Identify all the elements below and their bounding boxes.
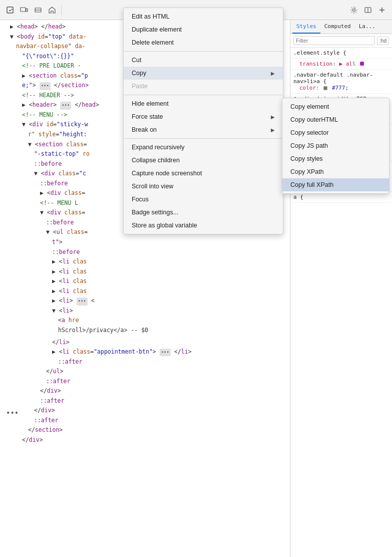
copy-submenu: Copy element Copy outerHTML Copy selecto… bbox=[282, 98, 389, 194]
color-prop: color: bbox=[299, 85, 319, 91]
menu-item-collapse[interactable]: Collapse children bbox=[124, 154, 283, 167]
menu-item-capture[interactable]: Capture node screenshot bbox=[124, 167, 283, 180]
menu-item-expand[interactable]: Expand recursively bbox=[124, 141, 283, 154]
tab-layout[interactable]: La... bbox=[355, 20, 379, 34]
header-separator bbox=[61, 5, 62, 15]
tree-bottom-li-close: </li> bbox=[4, 338, 290, 348]
submenu-copy-styles[interactable]: Copy styles bbox=[282, 152, 389, 165]
svg-rect-2 bbox=[26, 9, 28, 12]
submenu-copy-jspath[interactable]: Copy JS path bbox=[282, 139, 389, 152]
inspect-icon[interactable] bbox=[4, 4, 16, 16]
tree-li2[interactable]: ▶ <li clas bbox=[4, 267, 290, 277]
tree-li6[interactable]: ▼ <li> bbox=[4, 306, 290, 316]
tree-li4[interactable]: ▶ <li clas bbox=[4, 287, 290, 297]
elements-icon[interactable] bbox=[32, 4, 44, 16]
tree-bottom-after2: ::after bbox=[4, 377, 290, 387]
tree-bottom-section-close: </section> bbox=[4, 425, 290, 435]
tree-bottom-after3: ::after bbox=[4, 396, 290, 406]
menu-item-force-state[interactable]: Force state ▶ bbox=[124, 110, 283, 123]
more-icon[interactable]: ••• bbox=[6, 409, 19, 417]
menu-item-delete[interactable]: Delete element bbox=[124, 36, 283, 49]
submenu-copy-selector[interactable]: Copy selector bbox=[282, 126, 389, 139]
purple-dot bbox=[360, 62, 364, 66]
tree-li3[interactable]: ▶ <li clas bbox=[4, 276, 290, 287]
separator-1 bbox=[124, 51, 283, 52]
html-tree-bottom: </li> ▶ <li class="appointment-btn"> •••… bbox=[0, 338, 290, 445]
menu-item-break-on[interactable]: Break on ▶ bbox=[124, 123, 283, 136]
tree-li5[interactable]: ▶ <li> ••• < bbox=[4, 296, 290, 306]
styles-tabs: Styles Computed La... bbox=[290, 20, 392, 34]
copy-arrow: ▶ bbox=[271, 71, 275, 76]
tree-a[interactable]: <a hre bbox=[4, 316, 290, 326]
tree-bottom-after1: ::after bbox=[4, 357, 290, 367]
menu-item-edit-html[interactable]: Edit as HTML bbox=[124, 10, 283, 23]
submenu-copy-outerhtml[interactable]: Copy outerHTML bbox=[282, 113, 389, 126]
tree-bottom-div-close3: </div> bbox=[4, 435, 290, 445]
navbar-default-selector: .navbar-default .navbar-nav>li>a { bbox=[293, 72, 389, 85]
styles-filter-input[interactable] bbox=[293, 36, 375, 45]
submenu-copy-element[interactable]: Copy element bbox=[282, 100, 389, 113]
transition-prop: transition: ▶ all bbox=[299, 61, 356, 67]
menu-item-paste: Paste bbox=[124, 80, 283, 93]
element-style-block: .element.style { bbox=[290, 48, 392, 59]
menu-item-focus[interactable]: Focus bbox=[124, 193, 283, 206]
separator-3 bbox=[124, 138, 283, 139]
tree-bottom-div-close1: </div> bbox=[4, 386, 290, 396]
add-panel-icon[interactable] bbox=[376, 4, 388, 16]
styles-filter-row: :hd bbox=[290, 34, 392, 48]
tree-li1[interactable]: ▶ <li clas bbox=[4, 257, 290, 267]
color-swatch-777[interactable] bbox=[323, 86, 327, 90]
menu-item-hide[interactable]: Hide element bbox=[124, 97, 283, 110]
separator-2 bbox=[124, 95, 283, 95]
menu-item-scroll[interactable]: Scroll into view bbox=[124, 180, 283, 193]
tree-before4: ::before bbox=[4, 247, 290, 257]
settings-icon[interactable] bbox=[348, 4, 360, 16]
submenu-copy-xpath[interactable]: Copy XPath bbox=[282, 165, 389, 178]
menu-item-store-global[interactable]: Store as global variable bbox=[124, 219, 283, 232]
tree-bottom-div-close2: </div> bbox=[4, 406, 290, 416]
tree-bottom-li-appointment[interactable]: ▶ <li class="appointment-btn"> ••• </li> bbox=[4, 347, 290, 357]
navbar-default-block: .navbar-default .navbar-nav>li>a { color… bbox=[290, 70, 392, 94]
tree-bottom-ul-close: </ul> bbox=[4, 367, 290, 377]
menu-item-badge[interactable]: Badge settings... bbox=[124, 206, 283, 219]
tree-hscroll: hScroll>/privacy</a> -- $0 bbox=[4, 326, 290, 336]
styles-hd-button[interactable]: :hd bbox=[377, 37, 389, 45]
a-selector: a { bbox=[293, 194, 389, 200]
svg-rect-1 bbox=[21, 8, 26, 12]
tab-styles[interactable]: Styles bbox=[292, 20, 320, 34]
color-property: color: #777; bbox=[293, 85, 389, 91]
menu-item-copy[interactable]: Copy ▶ bbox=[124, 67, 283, 80]
force-state-arrow: ▶ bbox=[271, 114, 275, 120]
context-menu: Edit as HTML Duplicate element Delete el… bbox=[123, 8, 283, 234]
svg-point-5 bbox=[353, 9, 355, 11]
tab-computed[interactable]: Computed bbox=[320, 20, 355, 34]
menu-item-duplicate[interactable]: Duplicate element bbox=[124, 23, 283, 36]
svg-rect-0 bbox=[7, 7, 13, 13]
break-on-arrow: ▶ bbox=[271, 127, 275, 133]
tree-bottom-after4: ::after bbox=[4, 416, 290, 426]
tree-t: t"> bbox=[4, 237, 290, 247]
menu-item-cut[interactable]: Cut bbox=[124, 54, 283, 67]
home-icon[interactable] bbox=[46, 4, 58, 16]
element-style-selector: .element.style { bbox=[293, 50, 346, 56]
window-icon[interactable] bbox=[362, 4, 374, 16]
transition-block: transition: ▶ all bbox=[290, 59, 392, 70]
device-icon[interactable] bbox=[18, 4, 30, 16]
submenu-copy-full-xpath[interactable]: Copy full XPath bbox=[282, 178, 389, 191]
color-value: #777; bbox=[332, 85, 348, 91]
